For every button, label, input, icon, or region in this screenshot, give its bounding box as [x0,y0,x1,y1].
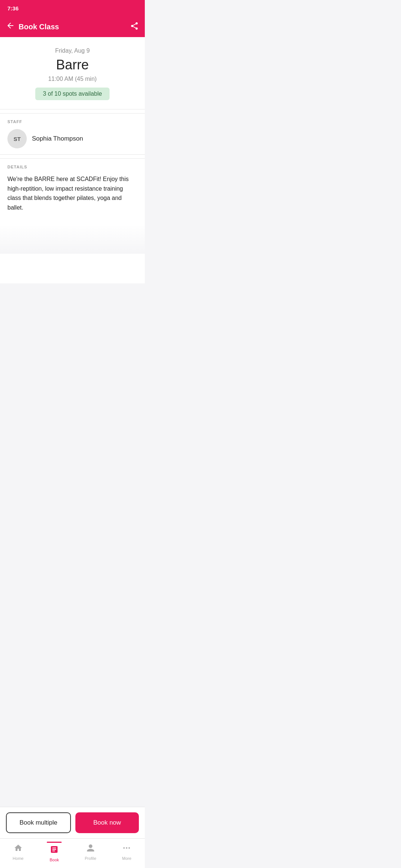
back-button[interactable] [6,21,15,32]
staff-section: STAFF ST Sophia Thompson [0,113,145,155]
class-info-section: Friday, Aug 9 Barre 11:00 AM (45 min) 3 … [0,37,145,109]
staff-row: ST Sophia Thompson [7,129,137,148]
spots-available-badge: 3 of 10 spots available [35,88,109,100]
class-name: Barre [6,57,139,73]
details-description: We're the BARRE here at SCADFit! Enjoy t… [7,174,137,212]
details-section: DETAILS We're the BARRE here at SCADFit!… [0,158,145,218]
share-button[interactable] [130,22,139,32]
staff-section-label: STAFF [7,119,137,124]
staff-name: Sophia Thompson [32,135,83,142]
details-section-label: DETAILS [7,165,137,169]
header-title: Book Class [19,23,59,31]
content-area: Friday, Aug 9 Barre 11:00 AM (45 min) 3 … [0,37,145,283]
class-date: Friday, Aug 9 [6,47,139,54]
header: Book Class [0,16,145,37]
class-time: 11:00 AM (45 min) [6,76,139,82]
staff-avatar: ST [7,129,27,148]
header-left: Book Class [6,21,59,32]
status-bar: 7:36 [0,0,145,16]
status-time: 7:36 [7,5,19,11]
